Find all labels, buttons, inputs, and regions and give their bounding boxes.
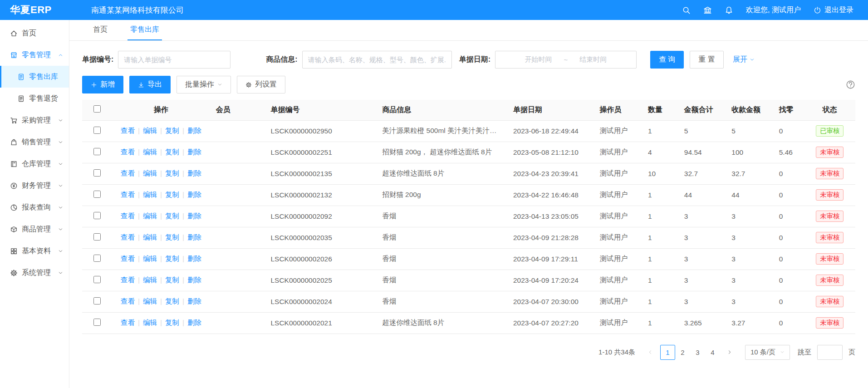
add-button[interactable]: 新增 — [82, 76, 123, 93]
view-link[interactable]: 查看 — [121, 297, 135, 305]
next-page-button[interactable] — [722, 345, 737, 360]
sidebar-item-purchase-management[interactable]: 采购管理 — [0, 109, 69, 131]
copy-link[interactable]: 复制 — [165, 255, 179, 262]
page-button-4[interactable]: 4 — [705, 345, 720, 360]
row-select-cell — [82, 120, 112, 142]
edit-link[interactable]: 编辑 — [143, 297, 157, 305]
view-link[interactable]: 查看 — [121, 233, 135, 241]
sidebar-item-basic-data[interactable]: 基本资料 — [0, 240, 69, 262]
date-range-picker[interactable]: 开始时间 ~ 结束时间 — [495, 51, 637, 69]
view-link[interactable]: 查看 — [121, 169, 135, 177]
row-checkbox[interactable] — [93, 212, 101, 219]
edit-link[interactable]: 编辑 — [143, 255, 157, 262]
logout-button[interactable]: 退出登录 — [814, 5, 853, 15]
expand-link[interactable]: 展开 — [733, 55, 755, 64]
row-checkbox[interactable] — [93, 276, 101, 283]
copy-link[interactable]: 复制 — [165, 127, 179, 134]
download-icon — [138, 82, 144, 88]
sidebar-item-sales-management[interactable]: 销售管理 — [0, 131, 69, 153]
chevron-down-icon — [750, 57, 755, 62]
reset-button[interactable]: 重 置 — [690, 51, 723, 69]
view-link[interactable]: 查看 — [121, 319, 135, 326]
page-button-3[interactable]: 3 — [690, 345, 705, 360]
row-checkbox[interactable] — [93, 148, 101, 155]
view-link[interactable]: 查看 — [121, 276, 135, 284]
delete-link[interactable]: 删除 — [187, 255, 201, 262]
sidebar-item-retail-outbound[interactable]: 零售出库 — [0, 66, 69, 88]
edit-link[interactable]: 编辑 — [143, 148, 157, 156]
copy-link[interactable]: 复制 — [165, 169, 179, 177]
edit-link[interactable]: 编辑 — [143, 169, 157, 177]
edit-link[interactable]: 编辑 — [143, 319, 157, 326]
row-checkbox[interactable] — [93, 297, 101, 305]
row-checkbox[interactable] — [93, 127, 101, 134]
delete-link[interactable]: 删除 — [187, 212, 201, 220]
row-checkbox[interactable] — [93, 255, 101, 262]
cell-goods: 香烟 — [377, 270, 508, 291]
batch-operation-button[interactable]: 批量操作 — [177, 76, 231, 93]
row-checkbox[interactable] — [93, 233, 101, 241]
view-link[interactable]: 查看 — [121, 255, 135, 262]
tab-home[interactable]: 首页 — [90, 20, 110, 40]
page-size-select[interactable]: 10 条/页 — [745, 345, 790, 360]
sidebar-item-finance-management[interactable]: 财务管理 — [0, 175, 69, 196]
tab-retail-outbound[interactable]: 零售出库 — [128, 20, 162, 40]
delete-link[interactable]: 删除 — [187, 169, 201, 177]
delete-link[interactable]: 删除 — [187, 191, 201, 198]
copy-link[interactable]: 复制 — [165, 212, 179, 220]
view-link[interactable]: 查看 — [121, 212, 135, 220]
sidebar-item-goods-management[interactable]: 商品管理 — [0, 218, 69, 240]
copy-link[interactable]: 复制 — [165, 148, 179, 156]
delete-link[interactable]: 删除 — [187, 276, 201, 284]
copy-link[interactable]: 复制 — [165, 191, 179, 198]
page-button-2[interactable]: 2 — [675, 345, 690, 360]
view-link[interactable]: 查看 — [121, 148, 135, 156]
view-link[interactable]: 查看 — [121, 191, 135, 198]
export-button[interactable]: 导出 — [129, 76, 171, 93]
bell-icon[interactable] — [725, 6, 733, 15]
copy-link[interactable]: 复制 — [165, 276, 179, 284]
copy-link[interactable]: 复制 — [165, 319, 179, 326]
copy-link[interactable]: 复制 — [165, 297, 179, 305]
view-link[interactable]: 查看 — [121, 127, 135, 134]
edit-link[interactable]: 编辑 — [143, 127, 157, 134]
sidebar-item-home[interactable]: 首页 — [0, 22, 69, 44]
delete-link[interactable]: 删除 — [187, 233, 201, 241]
row-checkbox[interactable] — [93, 191, 101, 198]
search-icon[interactable] — [682, 6, 691, 15]
sidebar-item-retail-management[interactable]: 零售管理 — [0, 44, 69, 66]
column-settings-button[interactable]: 列设置 — [237, 76, 285, 93]
goods-info-input[interactable] — [302, 51, 452, 69]
jump-page-input[interactable] — [817, 345, 843, 360]
delete-link[interactable]: 删除 — [187, 319, 201, 326]
cell-goods: 超迷你维达面纸 8片 — [377, 312, 508, 334]
row-checkbox[interactable] — [93, 169, 101, 177]
action-separator: | — [138, 191, 140, 198]
sidebar-item-retail-return[interactable]: 零售退货 — [0, 88, 69, 109]
search-button[interactable]: 查 询 — [650, 51, 684, 69]
copy-link[interactable]: 复制 — [165, 233, 179, 241]
edit-link[interactable]: 编辑 — [143, 233, 157, 241]
edit-link[interactable]: 编辑 — [143, 212, 157, 220]
edit-link[interactable]: 编辑 — [143, 191, 157, 198]
delete-link[interactable]: 删除 — [187, 297, 201, 305]
delete-link[interactable]: 删除 — [187, 148, 201, 156]
sidebar-item-warehouse-management[interactable]: 仓库管理 — [0, 153, 69, 175]
sidebar-item-system-management[interactable]: 系统管理 — [0, 262, 69, 284]
cell-change: 5.46 — [774, 142, 804, 163]
action-separator: | — [182, 191, 184, 198]
home-icon — [10, 29, 18, 37]
sidebar-item-report-query[interactable]: 报表查询 — [0, 196, 69, 218]
delete-link[interactable]: 删除 — [187, 127, 201, 134]
row-checkbox[interactable] — [93, 319, 101, 326]
bank-icon[interactable] — [703, 6, 712, 15]
edit-link[interactable]: 编辑 — [143, 276, 157, 284]
welcome-text: 欢迎您, 测试用户 — [746, 5, 801, 15]
cell-member — [211, 312, 265, 334]
prev-page-button[interactable] — [643, 345, 658, 360]
page-button-1[interactable]: 1 — [660, 345, 675, 360]
action-separator: | — [160, 233, 162, 241]
bill-no-input[interactable] — [118, 51, 230, 69]
help-icon[interactable] — [846, 80, 855, 89]
select-all-checkbox[interactable] — [93, 105, 101, 113]
